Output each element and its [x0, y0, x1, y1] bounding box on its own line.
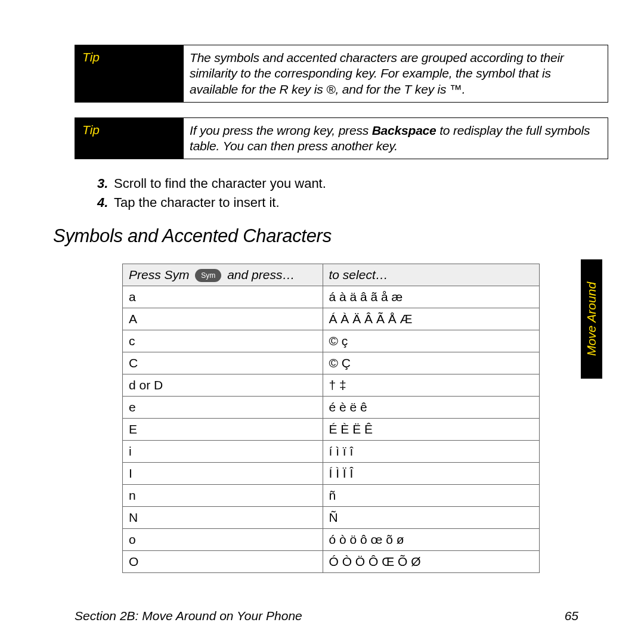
tip-text: The symbols and accented characters are … [184, 45, 608, 102]
instruction-steps: 3. Scroll to find the character you want… [97, 174, 608, 212]
step-text: Scroll to find the character you want. [114, 174, 326, 193]
value-cell: Ó Ò Ö Ô Œ Õ Ø [323, 551, 539, 573]
header-text-pre: Press Sym [129, 268, 193, 281]
step-3: 3. Scroll to find the character you want… [97, 174, 608, 193]
key-cell: E [123, 419, 323, 441]
column-header-key: Press Sym Sym and press… [123, 264, 323, 286]
key-cell: c [123, 330, 323, 352]
symbols-table: Press Sym Sym and press… to select… aá à… [122, 264, 540, 573]
key-cell: a [123, 286, 323, 308]
tip-text-bold: Backspace [372, 123, 436, 137]
table-row: d or D† ‡ [123, 374, 540, 397]
table-row: ií ì ï î [123, 441, 540, 463]
header-text-post: and press… [224, 268, 295, 281]
key-cell: o [123, 529, 323, 551]
value-cell: † ‡ [323, 374, 539, 397]
key-cell: O [123, 551, 323, 573]
key-cell: C [123, 352, 323, 374]
step-text: Tap the character to insert it. [114, 193, 280, 212]
table-row: nñ [123, 485, 540, 507]
manual-page: Tip The symbols and accented characters … [0, 0, 644, 644]
step-number: 4. [97, 193, 114, 212]
table-header-row: Press Sym Sym and press… to select… [123, 264, 540, 286]
table-row: OÓ Ò Ö Ô Œ Õ Ø [123, 551, 540, 573]
key-cell: d or D [123, 374, 323, 397]
table-row: eé è ë ê [123, 397, 540, 419]
table-row: EÉ È Ë Ê [123, 419, 540, 441]
tip-text: If you press the wrong key, press Backsp… [184, 118, 608, 159]
value-cell: © Ç [323, 352, 539, 374]
footer-section-title: Section 2B: Move Around on Your Phone [75, 609, 302, 623]
value-cell: ó ò ö ô œ õ ø [323, 529, 539, 551]
key-cell: e [123, 397, 323, 419]
tip-box-1: Tip The symbols and accented characters … [75, 45, 608, 103]
tip-text-before: If you press the wrong key, press [190, 123, 372, 137]
page-number: 65 [565, 609, 578, 623]
sym-key-icon: Sym [195, 269, 221, 282]
page-footer: Section 2B: Move Around on Your Phone 65 [75, 609, 578, 623]
table-row: C© Ç [123, 352, 540, 374]
table-row: c© ç [123, 330, 540, 352]
value-cell: á à ä â ã å æ [323, 286, 539, 308]
key-cell: I [123, 463, 323, 485]
key-cell: i [123, 441, 323, 463]
table-row: IÍ Ì Ï Î [123, 463, 540, 485]
table-row: aá à ä â ã å æ [123, 286, 540, 308]
value-cell: Ñ [323, 507, 539, 529]
value-cell: ñ [323, 485, 539, 507]
value-cell: © ç [323, 330, 539, 352]
tip-box-2: Tip If you press the wrong key, press Ba… [75, 117, 608, 160]
section-title: Symbols and Accented Characters [53, 225, 608, 247]
section-thumb-tab: Move Around [581, 259, 602, 379]
table-row: oó ò ö ô œ õ ø [123, 529, 540, 551]
tip-label: Tip [75, 118, 184, 159]
key-cell: N [123, 507, 323, 529]
value-cell: Í Ì Ï Î [323, 463, 539, 485]
column-header-select: to select… [323, 264, 539, 286]
key-cell: n [123, 485, 323, 507]
value-cell: É È Ë Ê [323, 419, 539, 441]
value-cell: é è ë ê [323, 397, 539, 419]
value-cell: Á À Ä Â Ã Å Æ [323, 308, 539, 330]
table-row: NÑ [123, 507, 540, 529]
section-thumb-label: Move Around [584, 282, 599, 356]
step-number: 3. [97, 174, 114, 193]
table-row: AÁ À Ä Â Ã Å Æ [123, 308, 540, 330]
key-cell: A [123, 308, 323, 330]
step-4: 4. Tap the character to insert it. [97, 193, 608, 212]
value-cell: í ì ï î [323, 441, 539, 463]
tip-label: Tip [75, 45, 184, 102]
